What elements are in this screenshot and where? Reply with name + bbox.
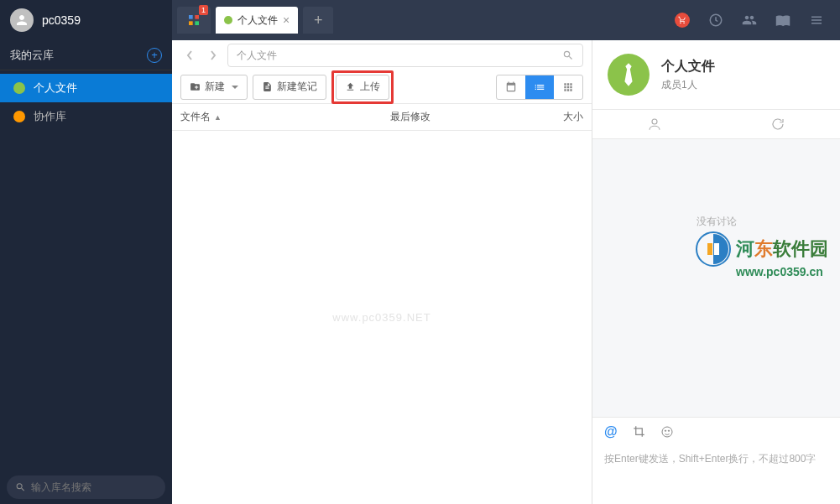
upload-button[interactable]: 上传: [336, 75, 389, 100]
column-modified[interactable]: 最后修改: [390, 110, 533, 124]
topbar-right: [674, 12, 840, 29]
upload-icon: [345, 81, 356, 92]
chat-placeholder: 按Enter键发送，Shift+Enter换行，不超过800字: [604, 453, 816, 465]
upload-label: 上传: [360, 80, 380, 94]
sidebar-item-label: 协作库: [34, 109, 66, 124]
sidebar-search: [0, 470, 172, 504]
close-icon[interactable]: ×: [283, 14, 290, 26]
clock-icon[interactable]: [707, 12, 724, 29]
tabs: 1 个人文件 × +: [172, 0, 333, 40]
logo-icon: [696, 231, 731, 267]
upload-highlight: 上传: [331, 70, 394, 104]
tab-home[interactable]: 1: [177, 7, 211, 34]
panel-tab-refresh[interactable]: [717, 110, 841, 138]
mention-icon[interactable]: @: [604, 424, 618, 439]
no-comments-text: 没有讨论: [592, 215, 840, 229]
watermark-text: www.pc0359.NET: [332, 311, 430, 324]
sidebar-item-collaboration[interactable]: 协作库: [0, 102, 172, 131]
tab-label: 个人文件: [237, 13, 278, 28]
panel-body: 没有讨论 河东软件园 www.pc0359.cn @: [592, 139, 840, 504]
back-button[interactable]: [180, 46, 199, 65]
note-label: 新建笔记: [277, 80, 317, 94]
chat-toolbar: @: [592, 417, 840, 445]
crop-icon[interactable]: [633, 425, 645, 438]
sidebar-item-label: 个人文件: [34, 81, 77, 96]
new-label: 新建: [205, 80, 225, 94]
avatar: [10, 8, 34, 32]
watermark-logo: 河东软件园 www.pc0359.cn: [696, 231, 828, 278]
breadcrumb-text: 个人文件: [237, 49, 277, 63]
nav-row: 个人文件: [172, 40, 592, 70]
view-toggle: [496, 75, 583, 100]
chevron-down-icon: [232, 86, 238, 89]
library-avatar: [608, 54, 650, 96]
nav-items: 个人文件 协作库: [0, 70, 172, 470]
tie-icon: [619, 63, 638, 86]
column-size[interactable]: 大小: [533, 110, 583, 124]
tab-add[interactable]: +: [303, 7, 333, 34]
notification-badge: 1: [199, 5, 208, 15]
sidebar-search-box[interactable]: [7, 475, 165, 499]
file-area: 个人文件 新建 新建笔记 上传: [172, 40, 592, 504]
logo-url: www.pc0359.cn: [736, 265, 828, 278]
new-button[interactable]: 新建: [180, 75, 248, 100]
contacts-icon[interactable]: [741, 12, 758, 29]
cloud-label: 我的云库: [10, 48, 54, 63]
cloud-section-header: 我的云库 +: [0, 40, 172, 70]
svg-rect-3: [195, 21, 199, 25]
toolbar: 新建 新建笔记 上传: [172, 70, 592, 104]
svg-point-10: [665, 430, 665, 431]
username: pc0359: [42, 13, 81, 27]
panel-tab-members[interactable]: [592, 110, 717, 138]
menu-icon[interactable]: [808, 12, 825, 29]
file-list-body: www.pc0359.NET: [172, 131, 592, 504]
forward-button[interactable]: [204, 46, 222, 65]
right-panel: 个人文件 成员1人 没有讨论: [592, 40, 840, 504]
chat-input[interactable]: 按Enter键发送，Shift+Enter换行，不超过800字: [592, 445, 840, 504]
emoji-icon[interactable]: [660, 425, 674, 439]
sidebar-item-personal-files[interactable]: 个人文件: [0, 74, 172, 102]
view-month[interactable]: [497, 75, 525, 99]
svg-point-11: [668, 430, 669, 431]
search-icon[interactable]: [562, 49, 574, 61]
add-cloud-button[interactable]: +: [147, 48, 162, 63]
panel-tabs: [592, 109, 840, 139]
view-list[interactable]: [525, 75, 554, 99]
folder-icon: [13, 111, 25, 122]
topbar: 1 个人文件 × +: [172, 0, 840, 40]
svg-rect-8: [714, 243, 719, 255]
panel-header: 个人文件 成员1人: [592, 40, 840, 109]
table-header: 文件名 ▲ 最后修改 大小: [172, 104, 592, 131]
panel-members: 成员1人: [661, 78, 715, 92]
svg-rect-0: [189, 15, 193, 19]
book-icon[interactable]: [775, 12, 791, 29]
sort-asc-icon: ▲: [214, 113, 222, 122]
new-note-button[interactable]: 新建笔记: [253, 75, 326, 100]
breadcrumb-bar[interactable]: 个人文件: [227, 44, 583, 67]
search-icon: [15, 481, 26, 493]
main: 1 个人文件 × + 个人文件: [172, 0, 840, 504]
logo-text: 河东软件园: [736, 236, 828, 262]
svg-point-5: [652, 119, 657, 124]
svg-point-9: [662, 427, 672, 437]
folder-icon: [13, 82, 25, 94]
sidebar: pc0359 我的云库 + 个人文件 协作库: [0, 0, 172, 504]
apps-icon: [187, 13, 201, 27]
view-grid[interactable]: [554, 75, 582, 99]
svg-rect-7: [707, 243, 712, 255]
sidebar-search-input[interactable]: [31, 481, 157, 493]
note-icon: [262, 81, 273, 92]
svg-rect-1: [195, 15, 199, 19]
tab-personal-files[interactable]: 个人文件 ×: [216, 7, 298, 34]
person-icon: [647, 117, 662, 132]
refresh-icon: [770, 117, 785, 132]
panel-title: 个人文件: [661, 58, 715, 75]
column-name[interactable]: 文件名 ▲: [180, 110, 390, 124]
content-row: 个人文件 新建 新建笔记 上传: [172, 40, 840, 504]
user-header[interactable]: pc0359: [0, 0, 172, 40]
cart-icon[interactable]: [674, 12, 691, 29]
tab-icon: [224, 16, 232, 24]
svg-rect-2: [189, 21, 193, 25]
folder-plus-icon: [190, 81, 201, 92]
